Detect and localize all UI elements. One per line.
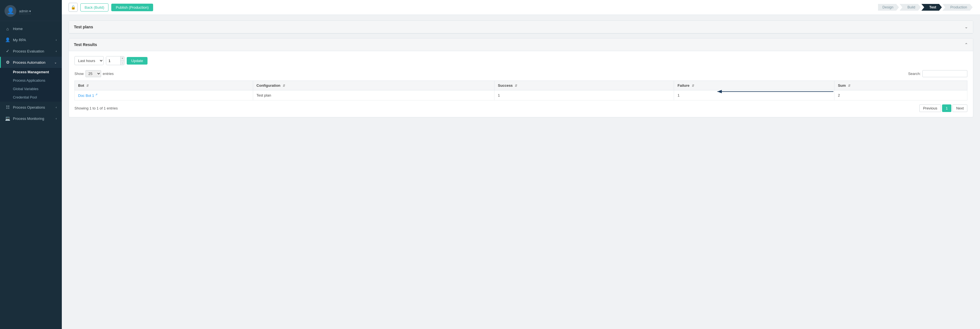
decrement-button[interactable]: - bbox=[121, 61, 124, 65]
sort-icon-bot[interactable]: ⇵ bbox=[86, 84, 89, 87]
sort-icon-sum[interactable]: ⇵ bbox=[848, 84, 851, 87]
show-label: Show bbox=[75, 71, 84, 76]
sidebar-item-home-label: Home bbox=[13, 27, 23, 31]
main-content: 🔒 Back (Build) Publish (Production) Desi… bbox=[62, 0, 980, 329]
col-header-configuration: Configuration ⇵ bbox=[253, 81, 494, 90]
update-button[interactable]: Update bbox=[127, 57, 148, 65]
sidebar-item-process-management-label: Process Management bbox=[13, 70, 49, 74]
sidebar-item-process-evaluation-label: Process Evaluation bbox=[13, 49, 44, 53]
sort-icon-success[interactable]: ⇵ bbox=[515, 84, 517, 87]
sidebar-item-home[interactable]: ⌂ Home bbox=[0, 23, 62, 34]
sidebar-item-process-automation-label: Process Automation bbox=[13, 60, 46, 65]
back-build-button[interactable]: Back (Build) bbox=[80, 3, 108, 11]
search-label: Search: bbox=[908, 71, 921, 76]
test-results-collapse-icon[interactable]: ⌃ bbox=[964, 43, 968, 47]
cell-sum: 2 bbox=[834, 90, 967, 101]
results-table: Bot ⇵ Configuration ⇵ Success ⇵ bbox=[75, 81, 967, 101]
cloud-icon: ☷ bbox=[5, 105, 10, 110]
previous-button[interactable]: Previous bbox=[919, 104, 941, 112]
test-results-body: Last hours Last days Last weeks + - Upda… bbox=[69, 51, 973, 117]
col-header-sum: Sum ⇵ bbox=[834, 81, 967, 90]
publish-production-button[interactable]: Publish (Production) bbox=[111, 4, 153, 11]
chevron-right-icon-eval: ‹ bbox=[56, 49, 57, 53]
test-plans-header: Test plans ⌄ bbox=[69, 21, 973, 33]
topbar: 🔒 Back (Build) Publish (Production) Desi… bbox=[62, 0, 980, 15]
nav-home-wrapper: ⌂ Home bbox=[0, 23, 62, 34]
page-1-button[interactable]: 1 bbox=[942, 104, 951, 112]
sidebar-item-my-rpa-label: My RPA bbox=[13, 38, 26, 42]
table-header-row: Bot ⇵ Configuration ⇵ Success ⇵ bbox=[75, 81, 967, 90]
sidebar-item-global-variables-label: Global Variables bbox=[13, 87, 38, 91]
increment-button[interactable]: + bbox=[121, 57, 124, 61]
cell-configuration: Test plan bbox=[253, 90, 494, 101]
sidebar-item-credential-pool-label: Credential Pool bbox=[13, 95, 37, 100]
sidebar-nav: ⌂ Home 👤 My RPA ‹ ✓ Process Evaluation ‹ bbox=[0, 21, 62, 329]
cell-failure: 1 bbox=[674, 90, 834, 101]
pipeline-production-label: Production bbox=[950, 5, 967, 9]
test-plans-card: Test plans ⌄ bbox=[68, 21, 973, 34]
sidebar-item-process-monitoring[interactable]: 💻 Process Monitoring ‹ bbox=[0, 113, 62, 124]
spin-buttons: + - bbox=[120, 57, 124, 65]
nav-process-monitoring-wrapper: 💻 Process Monitoring ‹ bbox=[0, 113, 62, 124]
pipeline-test-label: Test bbox=[929, 5, 936, 9]
lock-button[interactable]: 🔒 bbox=[68, 3, 78, 12]
pipeline-step-production[interactable]: Production bbox=[942, 4, 973, 11]
nav-myrpa-wrapper: 👤 My RPA ‹ bbox=[0, 34, 62, 46]
sidebar-item-process-applications-label: Process Applications bbox=[13, 79, 45, 82]
check-icon: ✓ bbox=[5, 49, 10, 54]
sidebar-item-process-management[interactable]: Process Management bbox=[0, 68, 62, 76]
table-wrapper: Bot ⇵ Configuration ⇵ Success ⇵ bbox=[75, 81, 967, 101]
automation-icon: ⚙ bbox=[5, 60, 10, 65]
showing-text: Showing 1 to 1 of 1 entries bbox=[75, 106, 118, 110]
bot-link[interactable]: Doc Bot 1 ⇗ bbox=[78, 93, 97, 98]
sidebar-item-global-variables[interactable]: Global Variables bbox=[0, 85, 62, 93]
test-results-title: Test Results bbox=[74, 43, 97, 47]
external-link-icon: ⇗ bbox=[95, 93, 97, 96]
chevron-right-icon-monitor: ‹ bbox=[56, 117, 57, 120]
test-results-card: Test Results ⌃ Last hours Last days Last… bbox=[68, 38, 973, 117]
pipeline-step-build[interactable]: Build bbox=[900, 4, 921, 11]
monitor-icon: 💻 bbox=[5, 116, 10, 121]
sidebar-header: 👤 admin ▾ bbox=[0, 0, 62, 21]
pagination-buttons: Previous 1 Next bbox=[919, 104, 967, 112]
cell-success: 1 bbox=[495, 90, 674, 101]
chevron-down-icon-automation: ⌄ bbox=[54, 61, 57, 64]
sort-icon-configuration[interactable]: ⇵ bbox=[283, 84, 285, 87]
test-results-header: Test Results ⌃ bbox=[69, 38, 973, 51]
pipeline-step-design[interactable]: Design bbox=[878, 4, 899, 11]
col-header-success: Success ⇵ bbox=[495, 81, 674, 90]
process-automation-submenu: Process Management Process Applications … bbox=[0, 68, 62, 101]
sidebar-item-my-rpa[interactable]: 👤 My RPA ‹ bbox=[0, 34, 62, 46]
sidebar-item-process-automation[interactable]: ⚙ Process Automation ⌄ bbox=[0, 57, 62, 68]
pipeline: Design Build Test Production bbox=[878, 4, 973, 11]
cell-bot: Doc Bot 1 ⇗ bbox=[75, 90, 253, 101]
entries-count-select[interactable]: 25 50 100 bbox=[86, 70, 101, 77]
table-row: Doc Bot 1 ⇗ Test plan 1 1 2 bbox=[75, 90, 967, 101]
pipeline-build-label: Build bbox=[907, 5, 915, 9]
test-plans-title: Test plans bbox=[74, 25, 93, 29]
active-bar bbox=[0, 57, 1, 68]
col-header-failure: Failure ⇵ bbox=[674, 81, 834, 90]
sidebar-item-process-evaluation[interactable]: ✓ Process Evaluation ‹ bbox=[0, 46, 62, 57]
search-input[interactable] bbox=[923, 70, 967, 77]
table-controls: Show 25 50 100 entries Search: bbox=[75, 70, 967, 77]
value-input[interactable] bbox=[106, 57, 120, 65]
sidebar-item-process-operations[interactable]: ☷ Process Operations ‹ bbox=[0, 101, 62, 113]
username-label[interactable]: admin ▾ bbox=[19, 9, 31, 14]
chevron-right-icon: ‹ bbox=[56, 38, 57, 41]
filter-row: Last hours Last days Last weeks + - Upda… bbox=[75, 56, 967, 65]
sidebar-item-credential-pool[interactable]: Credential Pool bbox=[0, 93, 62, 101]
search-box: Search: bbox=[908, 70, 967, 77]
value-input-wrapper: + - bbox=[106, 56, 124, 65]
page-body: Test plans ⌄ Test Results ⌃ Last hours L… bbox=[62, 15, 980, 329]
sort-icon-failure[interactable]: ⇵ bbox=[692, 84, 694, 87]
user-icon: 👤 bbox=[5, 37, 10, 43]
time-range-select[interactable]: Last hours Last days Last weeks bbox=[75, 56, 104, 65]
pipeline-step-test[interactable]: Test bbox=[921, 4, 942, 11]
pipeline-design-label: Design bbox=[883, 5, 894, 9]
test-plans-collapse-icon[interactable]: ⌄ bbox=[964, 25, 968, 29]
sidebar-item-process-monitoring-label: Process Monitoring bbox=[13, 117, 44, 121]
sidebar-item-process-applications[interactable]: Process Applications bbox=[0, 76, 62, 85]
next-button[interactable]: Next bbox=[953, 104, 967, 112]
nav-process-operations-wrapper: ☷ Process Operations ‹ bbox=[0, 101, 62, 113]
